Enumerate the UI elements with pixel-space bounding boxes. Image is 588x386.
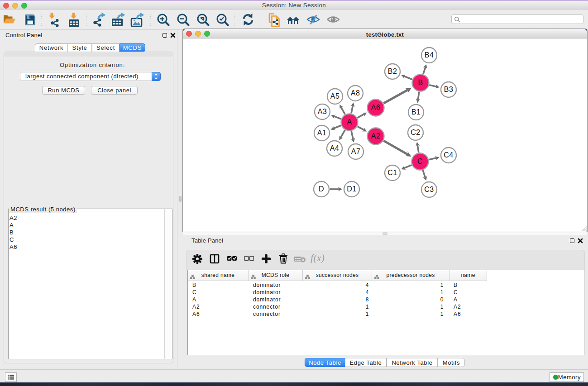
svg-text:D1: D1 xyxy=(347,185,357,193)
svg-text:A5: A5 xyxy=(330,92,340,100)
svg-text:A4: A4 xyxy=(330,144,339,152)
svg-text:C1: C1 xyxy=(387,169,397,176)
svg-text:C3: C3 xyxy=(424,186,434,193)
svg-text:A2: A2 xyxy=(371,132,381,140)
svg-text:C: C xyxy=(417,157,423,165)
svg-text:B1: B1 xyxy=(411,108,421,116)
svg-text:A6: A6 xyxy=(371,104,381,111)
svg-text:B: B xyxy=(418,79,423,86)
svg-text:B4: B4 xyxy=(425,51,434,59)
svg-text:A1: A1 xyxy=(317,129,327,137)
svg-text:A7: A7 xyxy=(351,148,361,155)
svg-text:C4: C4 xyxy=(444,151,454,159)
svg-text:C2: C2 xyxy=(411,129,421,136)
svg-text:D: D xyxy=(319,185,324,193)
svg-text:B2: B2 xyxy=(388,67,397,75)
svg-text:A8: A8 xyxy=(351,89,360,97)
svg-text:B3: B3 xyxy=(444,86,454,93)
svg-text:A3: A3 xyxy=(318,108,327,115)
svg-text:A: A xyxy=(347,118,352,126)
